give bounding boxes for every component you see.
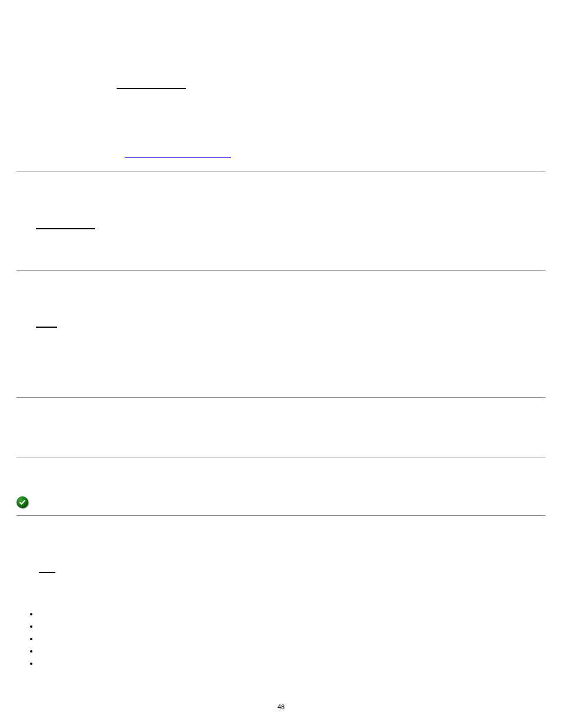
page-number: 48 [0,703,562,710]
underlined-heading-line [16,79,546,91]
underlined-short-line [16,318,546,330]
list-item [39,645,546,657]
underline-segment [39,563,55,573]
link-text[interactable] [125,149,231,158]
list-item [39,620,546,633]
underline-segment [117,79,186,89]
hyperlink-line [16,149,546,160]
underlined-subheading-line [16,219,546,231]
list-item [39,657,546,670]
bullet-list [39,608,546,670]
status-check-row [16,496,546,508]
document-page [0,0,562,670]
list-item [39,608,546,620]
list-item [39,633,546,645]
check-circle-icon [16,496,28,508]
underline-segment [36,318,57,328]
underline-segment [36,219,95,229]
underlined-lower-line [16,563,546,575]
